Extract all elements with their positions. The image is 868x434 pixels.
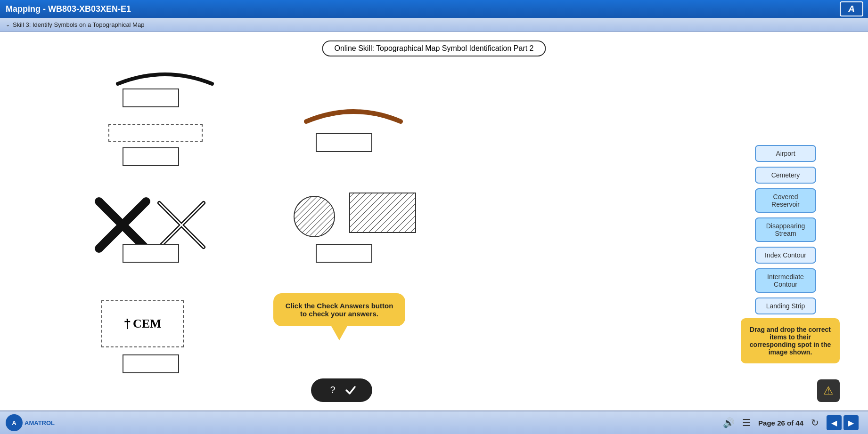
answer-option-landing-strip[interactable]: Landing Strip: [755, 297, 816, 314]
dashed-rectangle-symbol: [108, 124, 203, 142]
page-info: Page 26 of 44: [758, 419, 803, 427]
next-arrow[interactable]: ▶: [843, 415, 859, 430]
answer-box-2[interactable]: [123, 147, 179, 166]
chevron-icon: ⌄: [6, 22, 10, 28]
skill-bar: ⌄ Skill 3: Identify Symbols on a Topogra…: [0, 18, 868, 32]
refresh-icon[interactable]: ↻: [811, 417, 819, 428]
bottom-bar: A AMATROL 🔊 ☰ Page 26 of 44 ↻ ◀ ▶: [0, 410, 868, 434]
hatched-rect-symbol: [349, 192, 417, 236]
answer-option-disappearing-stream[interactable]: DisappearingStream: [755, 217, 816, 242]
hatched-circle-symbol: [292, 194, 337, 241]
brown-curve-symbol: [302, 98, 405, 130]
prev-arrow[interactable]: ◀: [827, 415, 842, 430]
amatrol-text: AMATROL: [25, 419, 55, 426]
amatrol-circle-logo: A: [6, 414, 23, 431]
cem-symbol: † CEM: [101, 300, 184, 347]
skill-label: Skill 3: Identify Symbols on a Topograph…: [13, 21, 144, 28]
answer-option-cemetery[interactable]: Cemetery: [755, 167, 816, 184]
activity-title: Online Skill: Topographical Map Symbol I…: [322, 40, 546, 56]
app-title: Mapping - WB803-XB03XEN-E1: [6, 4, 131, 14]
answer-option-index-contour[interactable]: Index Contour: [755, 247, 816, 264]
answer-panel: Airport Cemetery CoveredReservoir Disapp…: [755, 145, 816, 314]
answer-box-1[interactable]: [123, 88, 179, 107]
answer-option-intermediate-contour[interactable]: IntermediateContour: [755, 268, 816, 293]
warning-icon[interactable]: ⚠: [817, 379, 840, 402]
answer-option-airport[interactable]: Airport: [755, 145, 816, 162]
svg-text:?: ?: [330, 385, 335, 395]
answer-option-covered-reservoir[interactable]: CoveredReservoir: [755, 188, 816, 213]
title-bar: Mapping - WB803-XB03XEN-E1 A: [0, 0, 868, 18]
check-answers-button[interactable]: ?: [311, 378, 372, 402]
svg-rect-10: [350, 193, 416, 233]
answer-box-3[interactable]: [123, 244, 179, 263]
amatrol-logo-top: A: [840, 1, 863, 16]
answer-box-4[interactable]: [123, 354, 179, 373]
hint-box: Drag and drop the correct items to their…: [741, 318, 840, 363]
volume-icon[interactable]: 🔊: [723, 417, 735, 428]
svg-point-8: [294, 196, 335, 237]
main-content: Online Skill: Topographical Map Symbol I…: [0, 32, 868, 410]
check-answers-bubble: Click the Check Answers button to check …: [273, 293, 405, 326]
answer-box-6[interactable]: [316, 244, 372, 263]
menu-icon[interactable]: ☰: [742, 417, 751, 428]
answer-box-5[interactable]: [316, 133, 372, 152]
amatrol-logo-bottom: A AMATROL: [6, 414, 55, 431]
